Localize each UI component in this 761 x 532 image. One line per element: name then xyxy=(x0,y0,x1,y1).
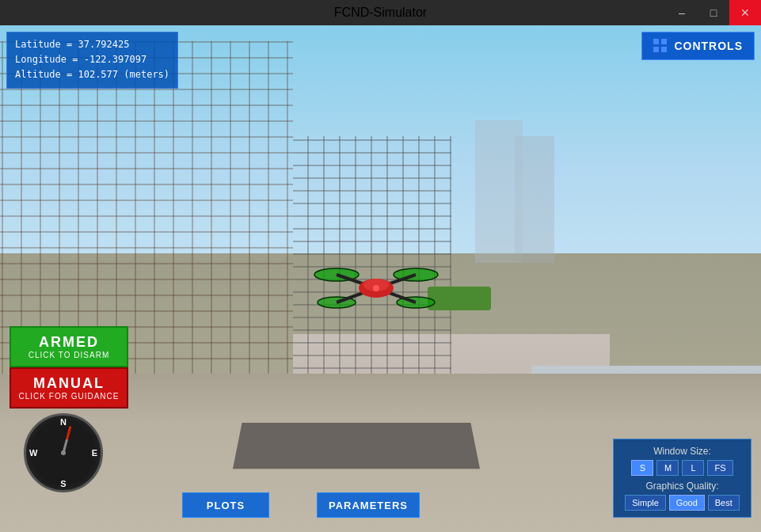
controls-label: CONTROLS xyxy=(674,40,743,52)
parameters-label: PARAMETERS xyxy=(329,500,408,511)
size-s-button[interactable]: S xyxy=(631,460,653,476)
armed-main-label: ARMED xyxy=(14,334,124,351)
armed-button[interactable]: ARMED CLICK TO DISARM xyxy=(10,326,128,367)
compass-east: E xyxy=(92,448,97,458)
plots-label: PLOTS xyxy=(207,500,245,511)
graphics-quality-buttons: Simple Good Best xyxy=(622,495,743,511)
quality-good-button[interactable]: Good xyxy=(669,495,705,511)
maximize-button[interactable]: □ xyxy=(698,0,729,25)
compass-needle xyxy=(63,426,72,454)
simulation-viewport: Latitude = 37.792425 Longitude = -122.39… xyxy=(0,25,761,532)
compass-west: W xyxy=(29,448,37,458)
window-size-label: Window Size: xyxy=(622,446,743,457)
compass-circle: N S E W xyxy=(24,413,103,492)
compass-south: S xyxy=(60,479,66,488)
svg-rect-1 xyxy=(515,136,554,263)
size-fs-button[interactable]: FS xyxy=(707,460,732,476)
compass: N S E W xyxy=(24,413,103,492)
quality-best-button[interactable]: Best xyxy=(708,495,740,511)
controls-icon xyxy=(653,39,668,53)
minimize-button[interactable]: – xyxy=(666,0,698,25)
ctrl-square-3 xyxy=(653,47,659,52)
road xyxy=(233,423,480,469)
graphics-quality-label: Graphics Quality: xyxy=(622,481,743,492)
background-buildings xyxy=(0,104,761,263)
longitude-display: Longitude = -122.397097 xyxy=(15,52,169,67)
svg-point-12 xyxy=(373,285,379,291)
titlebar-controls: – □ ✕ xyxy=(666,0,761,25)
compass-center-dot xyxy=(61,450,66,455)
titlebar: FCND-Simulator – □ ✕ xyxy=(0,0,761,25)
armed-sub-label: CLICK TO DISARM xyxy=(14,351,124,359)
ctrl-square-1 xyxy=(653,39,659,44)
compass-north: N xyxy=(60,417,67,427)
drone xyxy=(313,255,439,318)
plots-button[interactable]: PLOTS xyxy=(182,492,269,518)
window-size-buttons: S M L FS xyxy=(622,460,743,476)
ctrl-square-4 xyxy=(661,47,667,52)
quality-simple-button[interactable]: Simple xyxy=(625,495,666,511)
window-title: FCND-Simulator xyxy=(334,6,427,20)
manual-button[interactable]: MANUAL CLICK FOR GUIDANCE xyxy=(10,367,128,408)
altitude-display: Altitude = 102.577 (meters) xyxy=(15,67,169,82)
manual-sub-label: CLICK FOR GUIDANCE xyxy=(14,392,124,401)
settings-panel: Window Size: S M L FS Graphics Quality: … xyxy=(613,439,751,518)
parameters-button[interactable]: PARAMETERS xyxy=(317,492,420,518)
controls-button[interactable]: CONTROLS xyxy=(641,32,755,60)
ctrl-square-2 xyxy=(661,39,667,44)
size-l-button[interactable]: L xyxy=(682,460,704,476)
size-m-button[interactable]: M xyxy=(656,460,679,476)
latitude-display: Latitude = 37.792425 xyxy=(15,37,169,52)
close-button[interactable]: ✕ xyxy=(729,0,761,25)
hud-coordinates: Latitude = 37.792425 Longitude = -122.39… xyxy=(6,32,178,89)
manual-main-label: MANUAL xyxy=(14,375,124,392)
